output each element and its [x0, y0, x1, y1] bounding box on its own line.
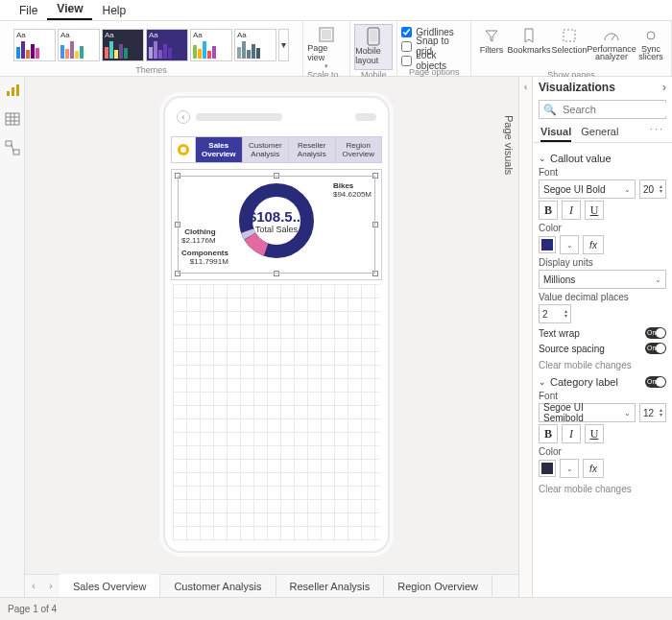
donut-visual[interactable]: $108.5... Total Sales Bikes$94.6205M Clo…: [171, 169, 382, 280]
donut-chart: $108.5... Total Sales: [234, 179, 319, 263]
theme-swatch-4[interactable]: Aa: [146, 29, 188, 61]
category-label-toggle[interactable]: On: [645, 376, 666, 388]
category-underline-button[interactable]: U: [585, 424, 604, 443]
callout-clear-mobile[interactable]: Clear mobile changes: [539, 360, 666, 370]
resize-handle[interactable]: [175, 173, 180, 179]
category-color-dropdown[interactable]: ⌄: [560, 459, 579, 478]
svg-rect-8: [16, 84, 19, 96]
phone-back-button[interactable]: ‹: [177, 110, 190, 124]
viz-tab-visual[interactable]: Visual: [540, 123, 571, 142]
phone-frame[interactable]: ‹ Sales Overview Customer Analysis Resel…: [163, 96, 390, 553]
menu-file[interactable]: File: [10, 2, 47, 20]
resize-handle[interactable]: [372, 173, 378, 179]
menu-view[interactable]: View: [47, 0, 92, 20]
mobile-layout-button[interactable]: Mobile layout: [354, 24, 393, 70]
source-spacing-toggle[interactable]: On: [645, 343, 666, 354]
theme-swatch-1[interactable]: Aa: [13, 29, 56, 61]
phone-logo-icon: [172, 137, 195, 162]
section-callout-value[interactable]: ⌄Callout value: [539, 153, 666, 164]
page-nav-prev[interactable]: ‹: [25, 575, 42, 597]
theme-swatch-6[interactable]: Aa: [234, 29, 276, 61]
menu-help[interactable]: Help: [92, 2, 135, 20]
section-category-label[interactable]: ⌄Category labelOn: [539, 376, 666, 388]
visualizations-panel: Visualizations › 🔍 Visual General ··· ⌄C…: [532, 77, 672, 597]
category-font-family-select[interactable]: Segoe UI Semibold⌄: [539, 403, 636, 422]
lock-objects-checkbox[interactable]: Lock objects: [401, 54, 467, 67]
category-color-fx[interactable]: fx: [583, 459, 604, 478]
phone-tab-reseller[interactable]: Reseller Analysis: [288, 137, 335, 162]
svg-line-16: [12, 144, 13, 152]
page-tab-reseller[interactable]: Reseller Analysis: [276, 575, 385, 597]
viz-search-input[interactable]: [561, 103, 672, 116]
model-view-icon[interactable]: [5, 140, 20, 155]
resize-handle[interactable]: [372, 222, 378, 227]
svg-rect-9: [6, 113, 19, 125]
category-font-label: Font: [539, 391, 666, 401]
page-indicator: Page 1 of 4: [8, 604, 57, 614]
callout-italic-button[interactable]: I: [562, 201, 581, 220]
category-italic-button[interactable]: I: [562, 424, 581, 443]
theme-swatch-3[interactable]: Aa: [102, 29, 144, 61]
phone-title-placeholder: [196, 113, 282, 121]
svg-rect-4: [564, 30, 575, 41]
viz-search[interactable]: 🔍: [539, 100, 666, 119]
category-color-swatch[interactable]: [539, 460, 556, 477]
theme-swatch-2[interactable]: Aa: [58, 29, 100, 61]
themes-dropdown[interactable]: ▾: [278, 29, 289, 61]
phone-tab-region[interactable]: Region Overview: [335, 137, 382, 162]
callout-underline-button[interactable]: U: [585, 201, 604, 220]
sync-slicers-button[interactable]: Sync slicers: [635, 24, 667, 70]
page-tab-customer[interactable]: Customer Analysis: [160, 575, 276, 597]
bookmarks-icon: [519, 26, 539, 45]
filters-icon: [482, 26, 501, 45]
decimals-label: Value decimal places: [539, 292, 666, 302]
callout-color-swatch[interactable]: [539, 236, 556, 253]
decimals-input[interactable]: 2▴▾: [539, 304, 571, 323]
theme-swatch-5[interactable]: Aa: [190, 29, 232, 61]
resize-handle[interactable]: [175, 222, 180, 227]
report-view-icon[interactable]: [5, 83, 20, 98]
callout-font-size[interactable]: 20▴▾: [639, 179, 666, 199]
page-nav-next[interactable]: ›: [42, 575, 60, 597]
page-tabs: ‹ › Sales Overview Customer Analysis Res…: [25, 574, 518, 597]
phone-tab-sales[interactable]: Sales Overview: [195, 137, 242, 162]
selection-pane-button[interactable]: Selection: [550, 24, 588, 70]
selection-icon: [560, 26, 579, 45]
canvas-area: ‹ Sales Overview Customer Analysis Resel…: [25, 77, 518, 597]
ribbon-group-mobile: Mobile layout Mobile: [350, 21, 397, 76]
phone-tab-customer[interactable]: Customer Analysis: [242, 137, 289, 162]
page-tab-region[interactable]: Region Overview: [384, 575, 492, 597]
viz-tab-more[interactable]: ···: [650, 123, 664, 142]
page-view-label: Page view: [307, 43, 346, 62]
filters-pane-button[interactable]: Filters: [475, 24, 508, 70]
callout-color-dropdown[interactable]: ⌄: [560, 235, 579, 254]
viz-panel-collapse[interactable]: ›: [662, 81, 666, 94]
phone-grid-area[interactable]: [173, 284, 380, 541]
category-font-size[interactable]: 12▴▾: [639, 403, 666, 422]
callout-color-fx[interactable]: fx: [583, 235, 604, 254]
category-clear-mobile[interactable]: Clear mobile changes: [539, 484, 666, 494]
svg-point-18: [180, 147, 186, 153]
callout-bold-button[interactable]: B: [539, 201, 558, 220]
text-wrap-label: Text wrap: [539, 328, 580, 339]
data-view-icon[interactable]: [5, 111, 20, 127]
callout-font-family-select[interactable]: Segoe UI Bold⌄: [539, 179, 636, 199]
performance-analyzer-button[interactable]: Performance analyzer: [588, 24, 635, 70]
main: ‹ Sales Overview Customer Analysis Resel…: [0, 77, 672, 597]
page-visuals-label: Page visuals: [503, 115, 515, 175]
sync-icon: [641, 26, 660, 45]
svg-rect-6: [7, 91, 10, 96]
bookmarks-pane-button[interactable]: Bookmarks: [508, 24, 550, 70]
page-visuals-toggle[interactable]: ‹: [518, 77, 532, 597]
display-units-select[interactable]: Millions⌄: [539, 270, 666, 289]
svg-rect-1: [322, 30, 331, 39]
page-view-button[interactable]: Page view ▾: [307, 24, 346, 70]
category-bold-button[interactable]: B: [539, 424, 558, 443]
resize-handle[interactable]: [372, 271, 378, 276]
page-view-caret: ▾: [324, 62, 328, 70]
page-tab-sales[interactable]: Sales Overview: [60, 574, 160, 597]
viz-tab-general[interactable]: General: [581, 123, 618, 142]
resize-handle[interactable]: [175, 271, 180, 276]
resize-handle[interactable]: [274, 271, 279, 276]
text-wrap-toggle[interactable]: On: [645, 327, 666, 339]
